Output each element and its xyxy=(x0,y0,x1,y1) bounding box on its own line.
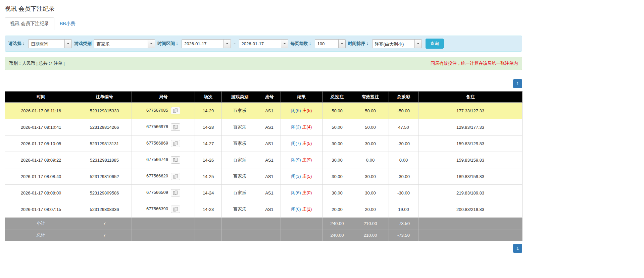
cell-valid-bet: 50.00 xyxy=(352,103,389,119)
cell-total-bet[interactable]: 30.00 xyxy=(323,185,352,201)
chevron-down-icon[interactable] xyxy=(281,40,288,48)
chevron-down-icon[interactable] xyxy=(414,40,422,48)
cell-valid-bet: 50.00 xyxy=(352,119,389,135)
round-result-cards-icon[interactable] xyxy=(171,189,180,197)
result-banker: 庄(5) xyxy=(302,141,312,146)
cell-payout: 47.50 xyxy=(389,119,418,135)
cell-payout: -30.00 xyxy=(389,168,418,185)
query-type-value: 日期查询 xyxy=(29,40,64,48)
cell-valid-bet: 20.00 xyxy=(352,201,389,218)
cell-time: 2026-01-17 08:10:41 xyxy=(5,119,77,135)
col-session: 场次 xyxy=(195,92,222,103)
cell-payout: -50.00 xyxy=(389,103,418,119)
cell-total-bet[interactable]: 30.00 xyxy=(323,135,352,152)
filter-bar: 请选择： 日期查询 游戏类别 百家乐 时间区间： 2026-01-17 ~ 20… xyxy=(5,36,522,52)
page-size-value: 100 xyxy=(315,40,338,48)
cell-time: 2026-01-17 08:08:00 xyxy=(5,185,77,201)
round-result-cards-icon[interactable] xyxy=(171,206,180,213)
cell-total-bet[interactable]: 50.00 xyxy=(323,103,352,119)
cell-payout: 0.00 xyxy=(389,152,418,168)
subtotal-label: 小计 xyxy=(5,218,77,229)
cell-time: 2026-01-17 08:09:22 xyxy=(5,152,77,168)
chevron-down-icon[interactable] xyxy=(338,40,345,48)
cell-result: 闲(3)庄(5) xyxy=(281,168,323,185)
date-separator: ~ xyxy=(233,41,237,46)
date-to-select[interactable]: 2026-01-17 xyxy=(239,39,288,48)
table-body: 2026-01-17 08:11:16 523129815333 6775670… xyxy=(5,103,523,218)
table-row: 2026-01-17 08:10:41 523129814266 6775669… xyxy=(5,119,523,135)
subtotal-total-bet: 240.00 xyxy=(323,218,352,229)
cell-result: 闲(0)庄(2) xyxy=(281,201,323,218)
total-row: 总计 7 240.00 210.00 -73.50 xyxy=(5,229,523,241)
time-sort-label: 时间排序： xyxy=(348,41,370,47)
result-player: 闲(9) xyxy=(291,157,301,162)
cell-total-bet[interactable]: 20.00 xyxy=(323,201,352,218)
cell-payout: -30.00 xyxy=(389,135,418,152)
cell-time: 2026-01-17 08:07:15 xyxy=(5,201,77,218)
cell-session: 14-25 xyxy=(195,168,222,185)
total-label: 总计 xyxy=(5,229,77,241)
table-header: 时间 注单编号 局号 场次 游戏类别 桌号 结果 总投注 有效投注 总派彩 备注 xyxy=(5,92,523,103)
cell-total-bet[interactable]: 30.00 xyxy=(323,152,352,168)
result-player: 闲(2) xyxy=(291,124,301,129)
result-player: 闲(6) xyxy=(291,108,301,113)
page-size-select[interactable]: 100 xyxy=(315,39,346,48)
game-type-select[interactable]: 百家乐 xyxy=(94,39,155,48)
round-result-cards-icon[interactable] xyxy=(171,107,180,114)
cell-session: 14-27 xyxy=(195,135,222,152)
cell-bet-id: 523129810652 xyxy=(77,168,132,185)
search-button[interactable]: 查询 xyxy=(426,39,444,49)
subtotal-row: 小计 7 240.00 210.00 -73.50 xyxy=(5,218,523,229)
chevron-down-icon[interactable] xyxy=(224,40,231,48)
summary-notice: 同局有效投注，统一计算在该局第一张注单内 xyxy=(431,60,518,66)
result-banker: 庄(2) xyxy=(302,207,312,212)
page-title: 视讯 会员下注纪录 xyxy=(5,5,522,13)
result-banker: 庄(5) xyxy=(302,108,312,113)
subtotal-valid-bet: 210.00 xyxy=(352,218,389,229)
page-1-button[interactable]: 1 xyxy=(513,244,522,253)
cell-bet-id: 523129808336 xyxy=(77,201,132,218)
round-result-cards-icon[interactable] xyxy=(171,156,180,164)
result-player: 闲(7) xyxy=(291,141,301,146)
cell-round-id: 677566869 xyxy=(132,135,195,152)
cell-result: 闲(6)庄(5) xyxy=(281,103,323,119)
table-row: 2026-01-17 08:08:40 523129810652 6775666… xyxy=(5,168,523,185)
cell-game-type: 百家乐 xyxy=(222,168,258,185)
page: 视讯 会员下注纪录 视讯 会员下注纪录 BB小费 请选择： 日期查询 游戏类别 … xyxy=(5,0,522,253)
table-row: 2026-01-17 08:08:00 523129809586 6775665… xyxy=(5,185,523,201)
cell-result: 闲(6)庄(0) xyxy=(281,185,323,201)
date-from-value: 2026-01-17 xyxy=(182,40,224,48)
time-sort-select[interactable]: 降幂(由大到小) xyxy=(372,39,422,48)
round-id-value: 677566746 xyxy=(146,157,168,162)
cell-payout: -30.00 xyxy=(389,185,418,201)
tab-bb-tip[interactable]: BB小费 xyxy=(54,17,81,30)
cell-game-type: 百家乐 xyxy=(222,201,258,218)
cell-session: 14-24 xyxy=(195,185,222,201)
col-valid-bet: 有效投注 xyxy=(352,92,389,103)
chevron-down-icon[interactable] xyxy=(64,40,71,48)
query-type-select[interactable]: 日期查询 xyxy=(28,39,72,48)
round-result-cards-icon[interactable] xyxy=(171,173,180,180)
chevron-down-icon[interactable] xyxy=(148,40,155,48)
cell-bet-id: 523129813131 xyxy=(77,135,132,152)
cell-total-bet[interactable]: 50.00 xyxy=(323,119,352,135)
cell-remark: 159.83/129.83 xyxy=(418,135,523,152)
cell-valid-bet: 30.00 xyxy=(352,135,389,152)
cell-valid-bet: 0.00 xyxy=(352,152,389,168)
date-from-select[interactable]: 2026-01-17 xyxy=(182,39,231,48)
round-id-value: 677566620 xyxy=(146,173,168,178)
round-id-value: 677566509 xyxy=(146,190,168,195)
tab-betting-records[interactable]: 视讯 会员下注纪录 xyxy=(5,17,54,30)
cell-result: 闲(9)庄(9) xyxy=(281,152,323,168)
round-result-cards-icon[interactable] xyxy=(171,140,180,147)
round-result-cards-icon[interactable] xyxy=(171,123,180,131)
cell-remark: 219.83/189.83 xyxy=(418,185,523,201)
page-1-button[interactable]: 1 xyxy=(513,79,522,88)
cell-session: 14-28 xyxy=(195,119,222,135)
subtotal-count: 7 xyxy=(77,218,132,229)
cell-table-no: AS1 xyxy=(258,119,281,135)
cell-total-bet[interactable]: 30.00 xyxy=(323,168,352,185)
col-result: 结果 xyxy=(281,92,323,103)
col-time: 时间 xyxy=(5,92,77,103)
cell-round-id: 677566390 xyxy=(132,201,195,218)
